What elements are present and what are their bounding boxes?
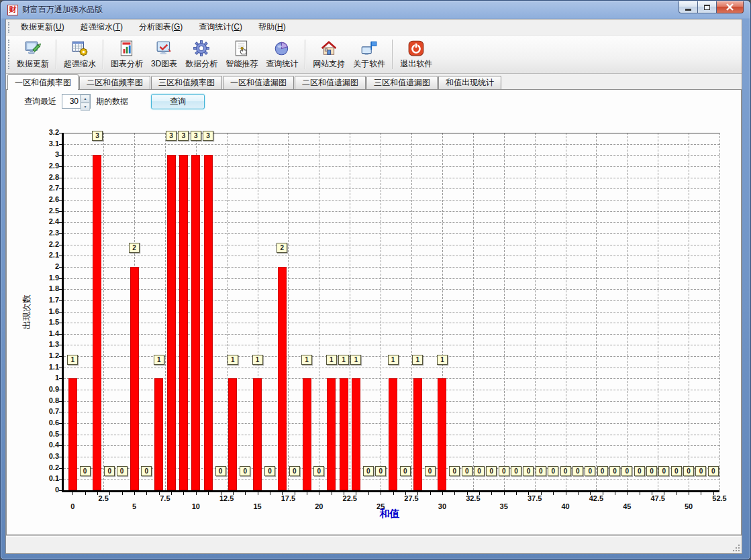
y-tick-label: 0.2 bbox=[31, 463, 59, 471]
bar-value-label: 1 bbox=[154, 355, 164, 365]
gridline bbox=[64, 188, 719, 189]
toolbar-button-data-update[interactable]: 数据更新 bbox=[13, 37, 53, 72]
toolbar-button-exit-software[interactable]: 退出软件 bbox=[396, 37, 436, 72]
y-tick-label: 1.4 bbox=[31, 329, 59, 337]
gridline bbox=[381, 133, 381, 490]
bar bbox=[191, 155, 200, 490]
y-axis bbox=[62, 133, 64, 492]
bar bbox=[93, 155, 101, 490]
tab-zone3-sum-omission[interactable]: 三区和值遗漏图 bbox=[366, 76, 438, 89]
bar-value-label: 0 bbox=[597, 466, 608, 476]
x-axis-tick bbox=[208, 492, 209, 495]
x-axis-tick bbox=[72, 492, 73, 495]
toolbar-button-chart-3d[interactable]: 3D图表 bbox=[147, 37, 181, 72]
toolbar-button-label: 关于软件 bbox=[353, 58, 385, 70]
gridline bbox=[64, 155, 719, 156]
website-support-icon bbox=[320, 39, 338, 57]
toolbar-button-label: 智能推荐 bbox=[226, 58, 258, 70]
bar-value-label: 0 bbox=[240, 466, 250, 476]
menu-item-analysis-charts[interactable]: 分析图表(G) bbox=[131, 19, 191, 35]
x-axis-tick bbox=[566, 492, 566, 495]
tab-zone1-sum-frequency[interactable]: 一区和值频率图 bbox=[7, 74, 79, 90]
gridline bbox=[689, 133, 689, 490]
bar bbox=[389, 378, 397, 490]
gridline bbox=[64, 222, 719, 223]
x-tick-label: 15 bbox=[243, 502, 272, 510]
bar-value-label: 0 bbox=[462, 466, 472, 476]
bar-value-label: 0 bbox=[141, 466, 152, 476]
menu-item-query-statistics[interactable]: 查询统计(C) bbox=[191, 19, 250, 35]
toolbar-button-website-support[interactable]: 网站支持 bbox=[309, 37, 349, 72]
x-tick-label: 2.5 bbox=[89, 494, 118, 502]
tab-strip: 一区和值频率图二区和值频率图三区和值频率图一区和值遗漏图二区和值遗漏图三区和值遗… bbox=[6, 74, 742, 89]
x-axis-tick bbox=[578, 492, 579, 495]
bar bbox=[303, 378, 311, 490]
minimize-button[interactable] bbox=[679, 1, 698, 13]
bar bbox=[327, 378, 336, 490]
y-tick-label: 2.6 bbox=[31, 195, 59, 203]
gridline bbox=[103, 133, 104, 490]
toolbar-button-data-analysis[interactable]: 数据分析 bbox=[181, 37, 221, 72]
gridline bbox=[64, 334, 719, 335]
toolbar-button-label: 查询统计 bbox=[266, 58, 298, 70]
bar-value-label: 0 bbox=[499, 466, 509, 476]
resize-grip-icon[interactable] bbox=[732, 543, 740, 552]
x-axis-tick bbox=[652, 492, 652, 495]
toolbar-button-about-software[interactable]: 关于软件 bbox=[349, 37, 389, 72]
tab-zone2-sum-omission[interactable]: 二区和值遗漏图 bbox=[295, 76, 366, 89]
x-tick-label: 47.5 bbox=[643, 494, 672, 502]
x-axis-tick bbox=[664, 492, 664, 495]
toolbar-grip[interactable] bbox=[8, 40, 10, 69]
x-tick-label: 17.5 bbox=[273, 494, 303, 502]
x-axis-tick bbox=[541, 492, 542, 495]
tab-zone3-sum-frequency[interactable]: 三区和值频率图 bbox=[151, 76, 222, 89]
maximize-button[interactable] bbox=[698, 1, 717, 13]
menu-item-super-shrink[interactable]: 超强缩水(T) bbox=[72, 19, 131, 35]
toolbar-button-chart-analysis[interactable]: 图表分析 bbox=[107, 37, 147, 72]
toolbar-button-super-shrink[interactable]: 超强缩水 bbox=[60, 37, 100, 72]
x-axis-tick bbox=[122, 492, 123, 495]
app-logo-icon: 财 bbox=[7, 5, 18, 15]
bar-value-label: 3 bbox=[203, 131, 213, 141]
titlebar[interactable]: 财 财富百万通加强水晶版 bbox=[1, 1, 750, 19]
x-axis-tick bbox=[627, 492, 628, 495]
bar bbox=[413, 378, 422, 490]
tab-zone1-sum-omission[interactable]: 一区和值遗漏图 bbox=[223, 76, 294, 89]
gridline bbox=[64, 267, 719, 268]
close-button[interactable] bbox=[717, 1, 744, 13]
y-tick-label: 1.6 bbox=[31, 307, 59, 315]
x-axis-tick bbox=[442, 492, 443, 495]
bar-value-label: 0 bbox=[523, 466, 534, 476]
maximize-icon bbox=[704, 5, 710, 10]
y-tick-label: 0 bbox=[31, 486, 59, 494]
x-axis-tick bbox=[590, 492, 591, 495]
x-axis-tick bbox=[270, 492, 270, 495]
toolbar-button-query-statistics[interactable]: 查询统计 bbox=[262, 37, 302, 72]
tab-zone2-sum-frequency[interactable]: 二区和值频率图 bbox=[79, 76, 150, 89]
toolbar-button-smart-recommend[interactable]: 智能推荐 bbox=[221, 37, 262, 72]
y-tick-label: 1.2 bbox=[31, 351, 59, 359]
toolbar-separator bbox=[392, 40, 393, 69]
menubar-grip[interactable] bbox=[8, 22, 10, 33]
y-tick-label: 2.1 bbox=[31, 251, 59, 259]
x-axis-tick bbox=[528, 492, 529, 495]
x-tick-label: 32.5 bbox=[458, 494, 488, 502]
toolbar-button-label: 数据更新 bbox=[17, 58, 49, 70]
gridline bbox=[64, 245, 719, 245]
chart-3d-icon bbox=[155, 39, 173, 57]
bar bbox=[154, 378, 163, 490]
menu-item-data-update[interactable]: 数据更新(U) bbox=[13, 19, 72, 35]
x-axis-tick bbox=[344, 492, 344, 495]
toolbar-button-label: 3D图表 bbox=[151, 58, 177, 70]
x-tick-label: 10 bbox=[181, 502, 211, 510]
menu-item-help[interactable]: 帮助(H) bbox=[250, 19, 294, 35]
bar-value-label: 0 bbox=[621, 466, 632, 476]
bar-value-label: 1 bbox=[388, 355, 399, 365]
tab-sum-occurrence-stats[interactable]: 和值出现统计 bbox=[438, 76, 501, 89]
x-axis-tick bbox=[282, 492, 283, 495]
bar bbox=[130, 267, 139, 490]
bar-value-label: 0 bbox=[215, 466, 226, 476]
y-tick-label: 1.3 bbox=[31, 340, 59, 348]
x-tick-label: 7.5 bbox=[150, 494, 180, 502]
x-axis-title: 和值 bbox=[380, 508, 400, 520]
